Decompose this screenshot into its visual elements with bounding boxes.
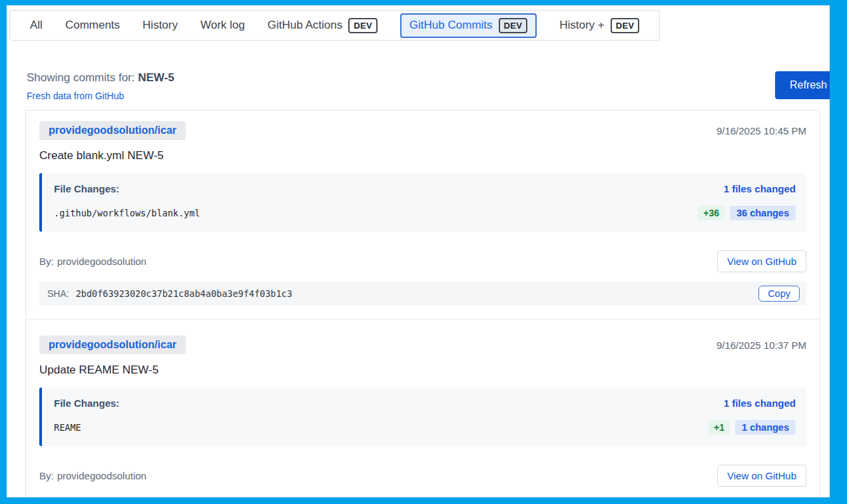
file-path: REAME (54, 422, 81, 433)
author-row: By: providegoodsolution View on GitHub (39, 465, 806, 487)
page-frame: All Comments History Work log GitHub Act… (0, 0, 847, 504)
issue-key: NEW-5 (138, 71, 174, 84)
sha-label: SHA: (47, 288, 69, 299)
sha-value: 2bd0f63923020c37b21c8ab4a0ba3e9f4f03b1c3 (76, 288, 292, 299)
tab-github-actions[interactable]: GitHub Actions DEV (268, 18, 378, 33)
repo-badge[interactable]: providegoodsolution/icar (39, 336, 186, 354)
commits-list: providegoodsolution/icar 9/16/2025 10:45… (25, 110, 820, 504)
dev-badge: DEV (611, 18, 640, 33)
tab-history[interactable]: History (142, 19, 178, 32)
tab-comments[interactable]: Comments (65, 19, 120, 32)
file-badges: +36 36 changes (698, 206, 796, 220)
changes-badge: 1 changes (735, 420, 796, 435)
author-row: By: providegoodsolution View on GitHub (39, 250, 806, 272)
copy-sha-button[interactable]: Copy (758, 500, 800, 504)
commit-header: providegoodsolution/icar 9/16/2025 10:45… (39, 121, 806, 140)
tab-github-commits[interactable]: GitHub Commits DEV (400, 13, 537, 38)
files-changed-count: 1 files changed (724, 183, 796, 194)
view-on-github-button[interactable]: View on GitHub (717, 465, 806, 487)
author-name: providegoodsolution (57, 470, 146, 481)
tab-work-log[interactable]: Work log (200, 19, 245, 32)
tab-label: Comments (65, 19, 120, 32)
tab-label: All (30, 19, 43, 32)
content-header: Showing commits for: NEW-5 Fresh data fr… (27, 71, 810, 102)
commit-header: providegoodsolution/icar 9/16/2025 10:37… (39, 336, 806, 354)
files-changed-count: 1 files changed (724, 397, 796, 409)
file-changes-header: File Changes: 1 files changed (54, 397, 796, 409)
changes-badge: 36 changes (730, 206, 796, 220)
dev-badge: DEV (348, 18, 378, 33)
file-changes-box: File Changes: 1 files changed .github/wo… (39, 173, 806, 232)
tab-label: Work log (200, 19, 245, 32)
commit-message: Update REAME NEW-5 (39, 364, 806, 377)
file-changes-label: File Changes: (54, 183, 119, 194)
file-row: REAME +1 1 changes (54, 420, 796, 435)
copy-sha-button[interactable]: Copy (758, 286, 800, 302)
commit-message: Create blank.yml NEW-5 (39, 149, 806, 162)
tab-label: History (142, 19, 178, 32)
file-row: .github/workflows/blank.yml +36 36 chang… (54, 206, 796, 220)
tab-bar: All Comments History Work log GitHub Act… (9, 10, 660, 41)
additions-badge: +36 (698, 206, 724, 220)
view-on-github-button[interactable]: View on GitHub (717, 250, 806, 272)
tab-history-plus[interactable]: History + DEV (559, 18, 639, 33)
dev-badge: DEV (499, 18, 528, 33)
commit-card: providegoodsolution/icar 9/16/2025 10:37… (26, 319, 820, 504)
file-changes-header: File Changes: 1 files changed (54, 183, 796, 194)
repo-badge[interactable]: providegoodsolution/icar (39, 121, 186, 140)
author-text: By: providegoodsolution (39, 256, 146, 267)
tab-label: GitHub Commits (410, 19, 493, 32)
tab-all[interactable]: All (30, 19, 43, 32)
commit-date: 9/16/2025 10:45 PM (716, 125, 806, 136)
file-changes-box: File Changes: 1 files changed REAME +1 1… (39, 387, 806, 446)
showing-commits-label: Showing commits for: (27, 71, 135, 84)
author-name: providegoodsolution (57, 256, 146, 267)
fresh-data-link[interactable]: Fresh data from GitHub (27, 91, 124, 101)
additions-badge: +1 (708, 420, 730, 435)
commit-card: providegoodsolution/icar 9/16/2025 10:45… (26, 111, 820, 319)
file-changes-label: File Changes: (54, 397, 119, 409)
file-badges: +1 1 changes (708, 420, 796, 435)
file-path: .github/workflows/blank.yml (54, 208, 200, 218)
showing-commits-line: Showing commits for: NEW-5 (27, 71, 810, 85)
tab-label: History + (559, 19, 605, 32)
sha-row: SHA: 2bd0f63923020c37b21c8ab4a0ba3e9f4f0… (39, 282, 806, 306)
by-label: By: (39, 470, 54, 481)
tab-label: GitHub Actions (268, 19, 342, 32)
by-label: By: (39, 256, 54, 267)
commit-date: 9/16/2025 10:37 PM (716, 340, 806, 351)
sha-row: SHA: Copy (39, 496, 806, 504)
author-text: By: providegoodsolution (39, 470, 146, 481)
refresh-button[interactable]: Refresh (775, 71, 842, 99)
